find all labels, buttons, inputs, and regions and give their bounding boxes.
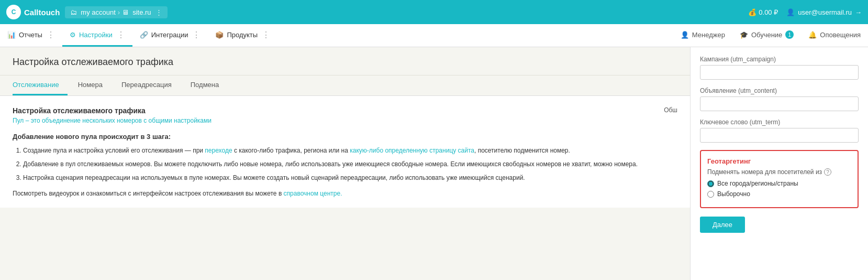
tab-redirect[interactable]: Переадресация xyxy=(121,76,180,95)
nav-left: 📊 Отчеты ⋮ ⚙ Настройки ⋮ 🔗 Интеграции ⋮ … xyxy=(0,24,277,47)
settings-icon: ⚙ xyxy=(70,31,76,39)
geo-targeting-box: Геотаргетинг Подменять номера для посети… xyxy=(700,150,859,208)
geo-subtitle: Подменять номера для посетителей из ? xyxy=(707,168,851,176)
step-2: Добавление в пул отслеживаемых номеров. … xyxy=(23,159,677,169)
nav-item-learn[interactable]: 🎓 Обучение 1 xyxy=(732,24,801,47)
balance-icon: 💰 xyxy=(748,8,756,16)
geo-radio-all[interactable] xyxy=(707,180,714,187)
footer-link[interactable]: справочном центре. xyxy=(284,190,342,197)
geo-option-all[interactable]: Все города/регионы/страны xyxy=(707,180,851,187)
user-arrow-icon: → xyxy=(855,8,862,16)
left-content: Настройка отслеживаемого трафика Отслежи… xyxy=(0,47,690,280)
geo-help-icon[interactable]: ? xyxy=(824,168,831,176)
header-left: C Calltouch 🗂 my account › 🖥 site.ru ⋮ xyxy=(6,5,168,19)
balance-value: 0.00 ₽ xyxy=(759,8,778,16)
geo-radio-selective[interactable] xyxy=(707,191,714,198)
breadcrumb-account[interactable]: my account xyxy=(81,8,115,16)
campaign-label: Кампания (utm_campaign) xyxy=(700,56,859,63)
geo-subtitle-text: Подменять номера для посетителей из xyxy=(707,168,822,176)
reports-icon: 📊 xyxy=(7,31,16,39)
obu-badge: Обш xyxy=(664,106,677,114)
nav-manager-label: Менеджер xyxy=(692,31,725,39)
geo-title: Геотаргетинг xyxy=(707,157,851,165)
nav-products-label: Продукты xyxy=(227,31,258,39)
keyword-label: Ключевое слово (utm_term) xyxy=(700,119,859,126)
tab-substitution[interactable]: Подмена xyxy=(191,76,227,95)
keyword-input[interactable] xyxy=(700,128,859,143)
breadcrumb-dots[interactable]: ⋮ xyxy=(155,8,162,16)
step-3: Настройка сценария переадресации на испо… xyxy=(23,173,677,182)
nav-item-products[interactable]: 📦 Продукты ⋮ xyxy=(208,24,277,47)
learn-badge: 1 xyxy=(785,30,794,39)
logo[interactable]: C Calltouch xyxy=(6,5,60,19)
logo-icon: C xyxy=(6,5,21,19)
geo-option-selective[interactable]: Выборочно xyxy=(707,190,851,198)
content-area: Настройка отслеживаемого трафика Пул – э… xyxy=(0,96,690,208)
campaign-field-group: Кампания (utm_campaign) xyxy=(700,56,859,80)
page-title: Настройка отслеживаемого трафика xyxy=(13,57,677,68)
user-info[interactable]: 👤 user@usermail.ru → xyxy=(786,8,862,16)
products-icon: 📦 xyxy=(215,31,224,39)
main-layout: Настройка отслеживаемого трафика Отслежи… xyxy=(0,47,868,280)
right-panel: Кампания (utm_campaign) Объявление (utm_… xyxy=(690,47,868,280)
reports-dots[interactable]: ⋮ xyxy=(47,30,55,40)
step-1: Создание пула и настройка условий его от… xyxy=(23,146,677,155)
campaign-input[interactable] xyxy=(700,65,859,80)
ad-field-group: Объявление (utm_content) xyxy=(700,87,859,111)
next-button[interactable]: Далее xyxy=(700,217,745,233)
account-icon: 🗂 xyxy=(70,8,77,16)
nav-reports-label: Отчеты xyxy=(19,31,42,39)
section-info: Настройка отслеживаемого трафика Пул – э… xyxy=(13,106,212,133)
learn-icon: 🎓 xyxy=(740,31,748,39)
nav-learn-label: Обучение xyxy=(751,31,782,39)
top-header: C Calltouch 🗂 my account › 🖥 site.ru ⋮ 💰… xyxy=(0,0,868,24)
nav-settings-label: Настройки xyxy=(79,31,113,39)
site-icon: 🖥 xyxy=(122,8,129,16)
user-icon: 👤 xyxy=(786,8,795,16)
products-dots[interactable]: ⋮ xyxy=(262,30,270,40)
section-title: Настройка отслеживаемого трафика xyxy=(13,106,212,115)
page-title-bar: Настройка отслеживаемого трафика xyxy=(0,47,690,76)
header-right: 💰 0.00 ₽ 👤 user@usermail.ru → xyxy=(748,8,862,16)
nav-item-settings[interactable]: ⚙ Настройки ⋮ xyxy=(62,24,132,47)
breadcrumb[interactable]: 🗂 my account › 🖥 site.ru ⋮ xyxy=(65,6,167,18)
ad-input[interactable] xyxy=(700,96,859,111)
steps-title: Добавление нового пула происходит в 3 ша… xyxy=(13,133,677,141)
geo-all-label: Все города/регионы/страны xyxy=(717,180,798,187)
nav-item-manager[interactable]: 👤 Менеджер xyxy=(673,24,732,47)
tab-numbers[interactable]: Номера xyxy=(78,76,111,95)
nav-right: 👤 Менеджер 🎓 Обучение 1 🔔 Оповещения xyxy=(673,24,868,47)
footer-text: Посмотреть видеоурок и ознакомиться с ин… xyxy=(13,190,677,197)
integrations-icon: 🔗 xyxy=(140,31,148,39)
step1-link2[interactable]: какую-либо определенную страницу сайта xyxy=(350,147,474,154)
pool-subtitle: Пул – это объединение нескольких номеров… xyxy=(13,117,212,124)
step1-link1[interactable]: переходе xyxy=(205,147,232,154)
logo-label: Calltouch xyxy=(24,8,60,17)
nav-item-reports[interactable]: 📊 Отчеты ⋮ xyxy=(0,24,62,47)
keyword-field-group: Ключевое слово (utm_term) xyxy=(700,119,859,143)
notify-icon: 🔔 xyxy=(808,31,817,39)
content-header: Настройка отслеживаемого трафика Пул – э… xyxy=(13,106,677,133)
geo-selective-label: Выборочно xyxy=(717,190,750,198)
nav-integrations-label: Интеграции xyxy=(151,31,188,39)
tabs-bar: Отслеживание Номера Переадресация Подмен… xyxy=(0,76,690,96)
settings-dots[interactable]: ⋮ xyxy=(117,30,125,40)
integrations-dots[interactable]: ⋮ xyxy=(192,30,201,40)
balance-display[interactable]: 💰 0.00 ₽ xyxy=(748,8,778,16)
ad-label: Объявление (utm_content) xyxy=(700,87,859,94)
steps-list: Создание пула и настройка условий его от… xyxy=(13,146,677,182)
breadcrumb-sep: › xyxy=(118,8,120,16)
nav-notify-label: Оповещения xyxy=(820,31,861,39)
breadcrumb-site[interactable]: site.ru xyxy=(132,8,151,16)
nav-bar: 📊 Отчеты ⋮ ⚙ Настройки ⋮ 🔗 Интеграции ⋮ … xyxy=(0,24,868,47)
user-email: user@usermail.ru xyxy=(798,8,852,16)
nav-item-notifications[interactable]: 🔔 Оповещения xyxy=(801,24,868,47)
manager-icon: 👤 xyxy=(681,31,689,39)
footer-text-main: Посмотреть видеоурок и ознакомиться с ин… xyxy=(13,190,282,197)
nav-item-integrations[interactable]: 🔗 Интеграции ⋮ xyxy=(132,24,208,47)
tab-tracking[interactable]: Отслеживание xyxy=(13,76,68,95)
